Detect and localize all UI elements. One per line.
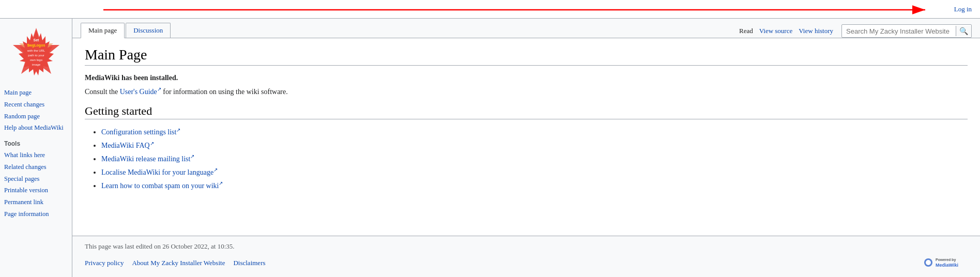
sidebar-item-special-pages[interactable]: Special pages bbox=[4, 173, 68, 185]
getting-started-list: Configuration settings list MediaWiki FA… bbox=[101, 126, 968, 192]
list-link-0[interactable]: Configuration settings list bbox=[101, 128, 180, 136]
list-link-4[interactable]: Learn how to combat spam on your wiki bbox=[101, 182, 223, 190]
sidebar-item-page-information[interactable]: Page information bbox=[4, 208, 68, 220]
page-tabs: Main page Discussion bbox=[81, 23, 172, 38]
list-item: Configuration settings list bbox=[101, 126, 968, 139]
powered-by: Powered by MediaWiki bbox=[922, 255, 968, 271]
tab-view-source[interactable]: View source bbox=[759, 27, 793, 35]
getting-started-heading: Getting started bbox=[85, 104, 968, 119]
notice-text: MediaWiki has been installed. bbox=[85, 74, 968, 82]
sidebar: Set $wgLogos with the URL path to your o… bbox=[0, 19, 72, 277]
svg-text:$wgLogos: $wgLogos bbox=[27, 43, 45, 48]
logo-area: Set $wgLogos with the URL path to your o… bbox=[0, 23, 72, 83]
list-item: Learn how to combat spam on your wiki bbox=[101, 179, 968, 192]
consult-text: Consult the User's Guide for information… bbox=[85, 86, 968, 96]
svg-text:path to your: path to your bbox=[28, 54, 44, 57]
tab-main-page[interactable]: Main page bbox=[81, 23, 125, 38]
sidebar-item-what-links-here[interactable]: What links here bbox=[4, 149, 68, 161]
footer-last-edited: This page was last edited on 26 October … bbox=[85, 242, 968, 251]
sidebar-navigation: Main page Recent changes Random page Hel… bbox=[0, 87, 72, 220]
page-title: Main Page bbox=[85, 47, 968, 66]
wiki-wrapper: Set $wgLogos with the URL path to your o… bbox=[0, 19, 980, 277]
list-item: Localise MediaWiki for your language bbox=[101, 165, 968, 179]
sidebar-item-printable-version[interactable]: Printable version bbox=[4, 184, 68, 196]
mediawiki-logo: Powered by MediaWiki bbox=[922, 255, 968, 271]
search-form: 🔍 bbox=[841, 24, 972, 38]
users-guide-link[interactable]: User's Guide bbox=[120, 88, 161, 96]
consult-prefix: Consult the bbox=[85, 88, 120, 96]
site-logo: Set $wgLogos with the URL path to your o… bbox=[10, 27, 62, 79]
consult-suffix: for information on using the wiki softwa… bbox=[161, 88, 288, 96]
header: Log in bbox=[0, 0, 980, 19]
svg-text:own logo: own logo bbox=[29, 58, 42, 61]
tab-read[interactable]: Read bbox=[739, 27, 753, 35]
sidebar-item-random-page[interactable]: Random page bbox=[4, 111, 68, 122]
list-link-3[interactable]: Localise MediaWiki for your language bbox=[101, 168, 218, 176]
list-item: MediaWiki FAQ bbox=[101, 139, 968, 152]
footer-link-privacy[interactable]: Privacy policy bbox=[85, 259, 124, 267]
footer-link-about[interactable]: About My Zacky Installer Website bbox=[132, 259, 225, 267]
footer: This page was last edited on 26 October … bbox=[72, 236, 980, 277]
svg-text:with the URL: with the URL bbox=[26, 49, 45, 52]
page-content: Main Page MediaWiki has been installed. … bbox=[72, 38, 980, 236]
sidebar-item-permanent-link[interactable]: Permanent link bbox=[4, 196, 68, 208]
tab-bar: Main page Discussion Read View source Vi… bbox=[72, 19, 980, 38]
svg-text:Set: Set bbox=[33, 38, 39, 42]
tools-section-title: Tools bbox=[4, 140, 68, 147]
view-tabs: Read View source View history bbox=[739, 27, 833, 35]
list-item: MediaWiki release mailing list bbox=[101, 152, 968, 165]
svg-point-13 bbox=[926, 260, 931, 265]
login-area: Log in bbox=[954, 5, 972, 13]
list-link-1[interactable]: MediaWiki FAQ bbox=[101, 142, 154, 149]
notice-strong: MediaWiki has been installed. bbox=[85, 74, 178, 82]
search-button[interactable]: 🔍 bbox=[956, 26, 971, 36]
tab-view-history[interactable]: View history bbox=[799, 27, 833, 35]
svg-text:MediaWiki: MediaWiki bbox=[936, 263, 958, 268]
main-area: Main page Discussion Read View source Vi… bbox=[72, 19, 980, 277]
sidebar-item-related-changes[interactable]: Related changes bbox=[4, 161, 68, 173]
sidebar-item-help[interactable]: Help about MediaWiki bbox=[4, 122, 68, 134]
footer-link-disclaimers[interactable]: Disclaimers bbox=[233, 259, 265, 267]
tab-discussion[interactable]: Discussion bbox=[126, 23, 171, 38]
list-link-2[interactable]: MediaWiki release mailing list bbox=[101, 155, 194, 163]
sidebar-item-recent-changes[interactable]: Recent changes bbox=[4, 99, 68, 111]
search-input[interactable] bbox=[842, 26, 956, 36]
svg-text:image: image bbox=[32, 63, 40, 66]
svg-text:Powered by: Powered by bbox=[936, 258, 956, 262]
footer-links: Privacy policy About My Zacky Installer … bbox=[85, 255, 968, 271]
sidebar-item-main-page[interactable]: Main page bbox=[4, 87, 68, 99]
login-link[interactable]: Log in bbox=[954, 5, 972, 13]
